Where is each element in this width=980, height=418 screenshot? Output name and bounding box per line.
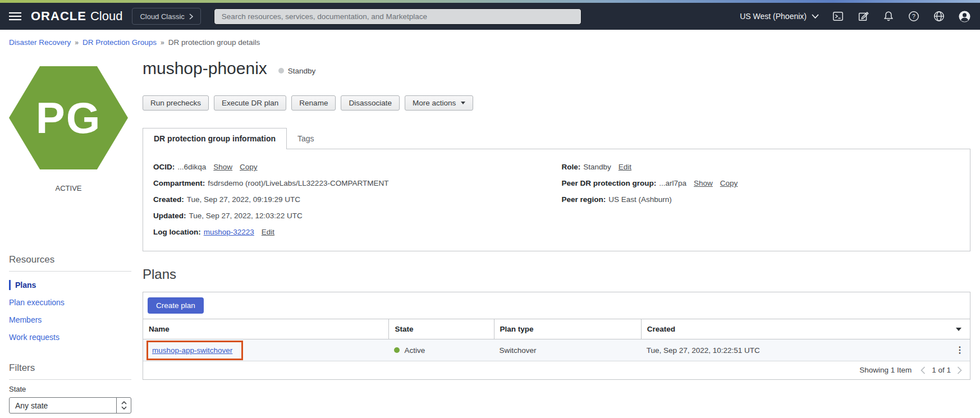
topbar: ORACLE Cloud Cloud Classic US West (Phoe…	[0, 3, 980, 30]
column-header-state[interactable]: State	[388, 319, 493, 339]
next-page-icon[interactable]	[957, 366, 962, 374]
showing-items-text: Showing 1 Item	[859, 366, 912, 374]
sidebar-item-work-requests[interactable]: Work requests	[9, 332, 131, 342]
column-header-created[interactable]: Created	[641, 319, 970, 339]
sidebar-item-plans[interactable]: Plans	[9, 280, 131, 290]
sidebar-item-members[interactable]: Members	[9, 315, 131, 325]
role-edit-link[interactable]: Edit	[619, 163, 631, 171]
oci-console-page: ORACLE Cloud Cloud Classic US West (Phoe…	[0, 0, 980, 418]
table-footer: Showing 1 Item 1 of 1	[143, 361, 970, 379]
announcements-icon[interactable]	[857, 10, 869, 22]
help-icon[interactable]: ?	[908, 10, 920, 22]
created-column-label: Created	[647, 325, 675, 333]
peer-group-show-link[interactable]: Show	[694, 179, 713, 187]
status-badge: Standby	[278, 67, 316, 75]
log-location-edit-link[interactable]: Edit	[262, 228, 274, 236]
plan-created-text: Tue, Sep 27, 2022, 10:22:51 UTC	[647, 346, 760, 355]
ocid-copy-link[interactable]: Copy	[240, 163, 258, 171]
caret-down-icon	[461, 102, 465, 104]
sidebar-item-work-requests-label[interactable]: Work requests	[9, 333, 59, 342]
sidebar-item-plans-label[interactable]: Plans	[15, 281, 36, 290]
page-indicator: 1 of 1	[932, 366, 951, 374]
compartment-value: fsdrsdemo (root)/LiveLabs/LL32223-COMPAR…	[208, 179, 388, 187]
log-location-link[interactable]: mushop-32223	[204, 228, 254, 236]
updated-label: Updated:	[153, 212, 186, 220]
row-kebab-menu-icon[interactable]: ⋮	[955, 346, 964, 355]
region-selector[interactable]: US West (Phoenix)	[740, 12, 819, 21]
select-stepper-icon	[116, 398, 131, 413]
hamburger-menu-icon[interactable]	[9, 12, 21, 21]
field-log-location: Log location:mushop-32223Edit	[153, 228, 562, 236]
peer-region-value: US East (Ashburn)	[608, 195, 672, 204]
field-compartment: Compartment:fsdrsdemo (root)/LiveLabs/LL…	[153, 179, 562, 187]
breadcrumb-separator: »	[161, 39, 164, 47]
column-header-plan-type[interactable]: Plan type	[494, 319, 641, 339]
sort-descending-icon[interactable]	[956, 328, 961, 331]
cloud-shell-icon[interactable]	[832, 10, 844, 22]
divider	[9, 379, 131, 380]
plans-section-heading: Plans	[143, 267, 970, 282]
plan-state-cell: Active	[388, 346, 493, 355]
sidebar-item-members-label[interactable]: Members	[9, 315, 42, 324]
standby-status-dot-icon	[278, 68, 284, 74]
rename-button[interactable]: Rename	[291, 95, 336, 111]
notifications-bell-icon[interactable]	[882, 10, 895, 22]
sidebar-item-plan-executions-label[interactable]: Plan executions	[9, 298, 65, 307]
svg-text:?: ?	[912, 13, 915, 20]
main-content: mushop-phoenix Standby Run prechecks Exe…	[143, 52, 980, 380]
more-actions-button[interactable]: More actions	[405, 95, 473, 111]
peer-group-copy-link[interactable]: Copy	[720, 179, 738, 187]
action-buttons: Run prechecks Execute DR plan Rename Dis…	[143, 95, 970, 111]
breadcrumb-disaster-recovery[interactable]: Disaster Recovery	[9, 38, 71, 47]
breadcrumb-separator: »	[75, 39, 79, 47]
chevron-right-icon	[189, 13, 193, 20]
breadcrumb-current: DR protection group details	[168, 38, 260, 47]
pg-badge-label: PG	[36, 93, 102, 144]
updated-value: Tue, Sep 27, 2022, 12:03:22 UTC	[189, 212, 303, 220]
logo-cloud: Cloud	[90, 9, 122, 24]
ocid-value: ...6dikqa	[177, 163, 206, 171]
cloud-classic-label: Cloud Classic	[140, 12, 184, 21]
page-title: mushop-phoenix	[143, 59, 267, 78]
status-text: Standby	[288, 67, 316, 75]
run-prechecks-button[interactable]: Run prechecks	[143, 95, 209, 111]
divider	[9, 271, 131, 272]
plan-state-text: Active	[404, 346, 425, 355]
field-created: Created:Tue, Sep 27, 2022, 09:19:29 UTC	[153, 195, 562, 204]
sidebar-item-plan-executions[interactable]: Plan executions	[9, 297, 131, 307]
language-globe-icon[interactable]	[933, 10, 945, 22]
pagination: 1 of 1	[921, 366, 962, 374]
compartment-label: Compartment:	[153, 179, 205, 187]
column-header-name[interactable]: Name	[143, 319, 388, 339]
state-filter-value: Any state	[10, 398, 116, 413]
previous-page-icon[interactable]	[921, 366, 926, 374]
execute-dr-plan-button[interactable]: Execute DR plan	[214, 95, 286, 111]
disassociate-button[interactable]: Disassociate	[341, 95, 400, 111]
filters-heading: Filters	[9, 362, 131, 374]
tab-dr-protection-group-information[interactable]: DR protection group information	[143, 128, 287, 149]
field-ocid: OCID:...6dikqaShowCopy	[153, 163, 562, 171]
plans-toolbar: Create plan	[143, 292, 970, 319]
state-filter-select[interactable]: Any state	[9, 397, 131, 414]
tab-tags[interactable]: Tags	[287, 128, 325, 149]
created-value: Tue, Sep 27, 2022, 09:19:29 UTC	[187, 195, 300, 204]
ocid-show-link[interactable]: Show	[213, 163, 232, 171]
annotation-highlight-box: mushop-app-switchover	[146, 341, 243, 360]
created-label: Created:	[153, 195, 184, 204]
detail-tabs: DR protection group information Tags	[143, 128, 970, 149]
breadcrumb-dr-protection-groups[interactable]: DR Protection Groups	[83, 38, 157, 47]
table-header-row: Name State Plan type Created	[143, 319, 970, 339]
profile-avatar-icon[interactable]	[958, 10, 971, 23]
search-input[interactable]	[214, 8, 581, 25]
breadcrumb: Disaster Recovery » DR Protection Groups…	[0, 30, 980, 52]
create-plan-button[interactable]: Create plan	[148, 297, 204, 314]
more-actions-label: More actions	[413, 99, 456, 107]
resources-heading: Resources	[9, 254, 131, 265]
cloud-classic-button[interactable]: Cloud Classic	[132, 8, 200, 25]
plan-name-link[interactable]: mushop-app-switchover	[152, 346, 232, 355]
field-peer-dr-protection-group: Peer DR protection group:...arl7paShowCo…	[562, 179, 970, 187]
oracle-cloud-logo[interactable]: ORACLE Cloud	[31, 9, 122, 24]
log-location-label: Log location:	[153, 228, 201, 236]
peer-region-label: Peer region:	[562, 195, 606, 204]
table-row: mushop-app-switchover Active Switchover …	[143, 339, 970, 361]
